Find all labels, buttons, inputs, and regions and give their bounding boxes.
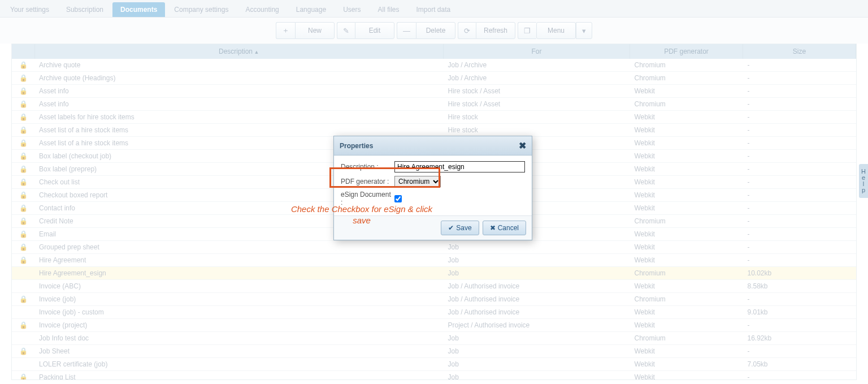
for-cell: Job bbox=[444, 254, 630, 267]
menu-label: Menu bbox=[548, 27, 565, 34]
for-cell: Hire stock bbox=[444, 124, 630, 137]
pdf-generator-select[interactable]: Chromium bbox=[394, 176, 441, 187]
edit-icon-button[interactable]: ✎ bbox=[337, 22, 355, 39]
table-row[interactable]: 🔒Archive quoteJob / ArchiveChromium- bbox=[12, 59, 856, 72]
pdf-cell: Webkit bbox=[630, 306, 743, 319]
tab-company-settings[interactable]: Company settings bbox=[166, 2, 236, 17]
check-icon: ✔ bbox=[448, 224, 454, 232]
lock-cell: 🔒 bbox=[12, 371, 34, 381]
table-row[interactable]: 🔒Invoice (project)Project / Authorised i… bbox=[12, 319, 856, 332]
size-cell: - bbox=[743, 137, 856, 150]
lock-icon: 🔒 bbox=[19, 191, 28, 199]
refresh-button[interactable]: Refresh bbox=[476, 22, 515, 39]
table-row[interactable]: Invoice (ABC)Job / Authorised invoiceWeb… bbox=[12, 280, 856, 293]
for-cell: Hire stock bbox=[444, 111, 630, 124]
lock-cell: 🔒 bbox=[12, 137, 34, 150]
tab-documents[interactable]: Documents bbox=[112, 2, 165, 17]
dialog-close-button[interactable]: ✖ bbox=[519, 140, 526, 151]
chevron-down-icon: ▾ bbox=[582, 27, 586, 35]
lock-cell: 🔒 bbox=[12, 163, 34, 176]
table-row[interactable]: LOLER certificate (job)JobWebkit7.05kb bbox=[12, 358, 856, 371]
tab-accounting[interactable]: Accounting bbox=[237, 2, 287, 17]
pdf-cell: Chromium bbox=[630, 293, 743, 306]
pdf-generator-label: PDF generator : bbox=[341, 178, 394, 185]
for-cell: Job bbox=[444, 267, 630, 280]
table-row[interactable]: 🔒Asset infoHire stock / AssetChromium- bbox=[12, 98, 856, 111]
table-row[interactable]: 🔒Grouped prep sheetJobWebkit- bbox=[12, 241, 856, 254]
lock-cell: 🔒 bbox=[12, 59, 34, 72]
desc-cell: Hire Agreement bbox=[34, 254, 444, 267]
lock-icon: 🔒 bbox=[19, 230, 28, 238]
lock-cell: 🔒 bbox=[12, 254, 34, 267]
table-row[interactable]: 🔒Packing ListJobWebkit- bbox=[12, 371, 856, 381]
tab-users[interactable]: Users bbox=[335, 2, 368, 17]
table-row[interactable]: 🔒Asset list of a hire stock itemsHire st… bbox=[12, 124, 856, 137]
description-input[interactable] bbox=[394, 161, 525, 172]
menu-icon-button[interactable]: ❐ bbox=[518, 22, 536, 39]
settings-tabs: Your settingsSubscriptionDocumentsCompan… bbox=[0, 0, 868, 18]
desc-cell: Asset info bbox=[34, 85, 444, 98]
lock-icon: 🔒 bbox=[19, 87, 28, 95]
edit-button[interactable]: Edit bbox=[355, 22, 394, 39]
pdf-cell: Webkit bbox=[630, 111, 743, 124]
tab-language[interactable]: Language bbox=[288, 2, 334, 17]
esign-checkbox[interactable] bbox=[394, 195, 402, 202]
table-row[interactable]: 🔒Job SheetJobWebkit- bbox=[12, 345, 856, 358]
lock-cell bbox=[12, 332, 34, 345]
col-for[interactable]: For bbox=[444, 44, 630, 59]
desc-cell: Job Sheet bbox=[34, 345, 444, 358]
table-row[interactable]: 🔒Archive quote (Headings)Job / ArchiveCh… bbox=[12, 72, 856, 85]
size-cell: - bbox=[743, 241, 856, 254]
desc-cell: Asset list of a hire stock items bbox=[34, 124, 444, 137]
new-icon-button[interactable]: ＋ bbox=[276, 22, 295, 39]
for-cell: Hire stock / Asset bbox=[444, 85, 630, 98]
lock-icon: 🔒 bbox=[19, 165, 28, 173]
for-cell: Job bbox=[444, 358, 630, 371]
col-size[interactable]: Size bbox=[743, 44, 856, 59]
col-description[interactable]: Description bbox=[34, 44, 444, 59]
col-pdf[interactable]: PDF generator bbox=[630, 44, 743, 59]
lock-icon: 🔒 bbox=[19, 178, 28, 186]
table-row[interactable]: Hire Agreement_esignJobChromium10.02kb bbox=[12, 267, 856, 280]
menu-dropdown-button[interactable]: ▾ bbox=[576, 22, 592, 39]
table-row[interactable]: Invoice (job) - customJob / Authorised i… bbox=[12, 306, 856, 319]
delete-label: Delete bbox=[426, 27, 446, 34]
size-cell: - bbox=[743, 202, 856, 215]
minus-icon: — bbox=[403, 27, 410, 35]
refresh-icon-button[interactable]: ⟳ bbox=[458, 22, 476, 39]
lock-cell bbox=[12, 280, 34, 293]
refresh-icon: ⟳ bbox=[464, 27, 470, 35]
size-cell: - bbox=[743, 98, 856, 111]
table-row[interactable]: 🔒Asset infoHire stock / AssetWebkit- bbox=[12, 85, 856, 98]
tab-all-files[interactable]: All files bbox=[370, 2, 407, 17]
delete-button[interactable]: Delete bbox=[416, 22, 455, 39]
menu-button[interactable]: Menu bbox=[536, 22, 576, 39]
pdf-cell: Chromium bbox=[630, 215, 743, 228]
table-row[interactable]: 🔒Hire AgreementJobWebkit- bbox=[12, 254, 856, 267]
tab-subscription[interactable]: Subscription bbox=[58, 2, 111, 17]
delete-icon-button[interactable]: — bbox=[397, 22, 416, 39]
pdf-cell: Webkit bbox=[630, 319, 743, 332]
lock-cell: 🔒 bbox=[12, 189, 34, 202]
col-lock[interactable] bbox=[12, 44, 34, 59]
desc-cell: Grouped prep sheet bbox=[34, 241, 444, 254]
table-row[interactable]: Job Info test docJobChromium16.92kb bbox=[12, 332, 856, 345]
table-row[interactable]: 🔒Asset labels for hire stock itemsHire s… bbox=[12, 111, 856, 124]
lock-icon: 🔒 bbox=[19, 61, 28, 69]
tab-import-data[interactable]: Import data bbox=[409, 2, 459, 17]
pdf-cell: Webkit bbox=[630, 228, 743, 241]
help-tab[interactable]: Help bbox=[859, 164, 868, 198]
cancel-button[interactable]: ✖Cancel bbox=[483, 221, 526, 235]
dialog-titlebar[interactable]: Properties ✖ bbox=[334, 136, 532, 156]
lock-cell: 🔒 bbox=[12, 345, 34, 358]
pdf-cell: Chromium bbox=[630, 98, 743, 111]
lock-icon: 🔒 bbox=[19, 321, 28, 329]
table-row[interactable]: 🔒Invoice (job)Job / Authorised invoiceCh… bbox=[12, 293, 856, 306]
tab-your-settings[interactable]: Your settings bbox=[2, 2, 57, 17]
size-cell: 16.92kb bbox=[743, 332, 856, 345]
save-button[interactable]: ✔Save bbox=[441, 221, 479, 235]
new-button[interactable]: New bbox=[295, 22, 335, 39]
description-label: Description : bbox=[341, 163, 394, 171]
for-cell: Job / Authorised invoice bbox=[444, 280, 630, 293]
pencil-icon: ✎ bbox=[343, 27, 349, 35]
